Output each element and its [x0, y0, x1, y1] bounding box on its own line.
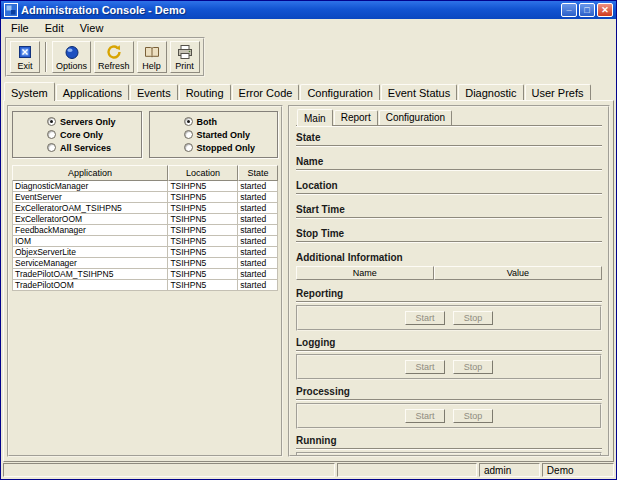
tab-error-code[interactable]: Error Code [232, 84, 300, 100]
cell-application: FeedbackManager [13, 225, 168, 236]
column-header-location[interactable]: Location [168, 165, 238, 181]
close-button[interactable] [597, 3, 613, 17]
section-box-reporting: StartStop [296, 305, 602, 331]
window-controls [561, 3, 613, 17]
radio-option-label: Both [197, 117, 218, 127]
logging-start-button[interactable]: Start [405, 360, 445, 374]
radio-button-icon [184, 130, 193, 139]
table-row[interactable]: EventServerTSIHPN5started [13, 192, 278, 203]
cell-state: started [238, 192, 278, 203]
cell-state: started [238, 280, 278, 291]
cell-state: started [238, 181, 278, 192]
additional-info-label: Additional Information [296, 252, 602, 263]
exit-icon [17, 44, 33, 60]
help-icon [144, 44, 160, 60]
radio-option-core-only[interactable]: Core Only [13, 128, 141, 141]
minimize-button[interactable] [561, 3, 577, 17]
logging-stop-button[interactable]: Stop [453, 360, 493, 374]
window-title: Administration Console - Demo [21, 4, 558, 16]
app-table-header: ApplicationLocationState [12, 165, 278, 181]
cell-location: TSIHPN5 [168, 192, 238, 203]
cell-application: TradePilotOOM [13, 280, 168, 291]
cell-application: ExCelleratorOAM_TSIHPN5 [13, 203, 168, 214]
table-row[interactable]: ExCelleratorOAM_TSIHPN5TSIHPN5started [13, 203, 278, 214]
filter-group-state-filter: BothStarted OnlyStopped Only [149, 111, 279, 158]
tab-diagnostic[interactable]: Diagnostic [458, 84, 523, 100]
statusbar: adminDemo [1, 462, 616, 479]
additional-info-column-value[interactable]: Value [434, 266, 602, 280]
cell-location: TSIHPN5 [168, 247, 238, 258]
menu-item-file[interactable]: File [3, 20, 37, 36]
reporting-start-button[interactable]: Start [405, 311, 445, 325]
detail-tab-main[interactable]: Main [297, 109, 333, 126]
table-row[interactable]: DiagnosticManagerTSIHPN5started [13, 181, 278, 192]
tab-routing[interactable]: Routing [179, 84, 231, 100]
toolbar-button-refresh[interactable]: Refresh [94, 41, 134, 73]
table-row[interactable]: TradePilotOAM_TSIHPN5TSIHPN5started [13, 269, 278, 280]
section-box-processing: StartStop [296, 403, 602, 429]
section-label-logging: Logging [296, 337, 602, 348]
detail-panel: MainReportConfiguration StateNameLocatio… [288, 105, 610, 457]
tab-applications[interactable]: Applications [56, 84, 129, 100]
cell-application: DiagnosticManager [13, 181, 168, 192]
toolbar-button-exit[interactable]: Exit [10, 41, 40, 73]
tab-events[interactable]: Events [130, 84, 178, 100]
table-row[interactable]: ObjexServerLiteTSIHPN5started [13, 247, 278, 258]
processing-stop-button[interactable]: Stop [453, 409, 493, 423]
additional-info-column-name[interactable]: Name [296, 266, 434, 280]
detail-tab-report[interactable]: Report [334, 110, 378, 125]
radio-option-both[interactable]: Both [150, 115, 278, 128]
toolbar-button-label: Print [175, 61, 194, 71]
cell-application: EventServer [13, 192, 168, 203]
tab-event-status[interactable]: Event Status [381, 84, 457, 100]
table-row[interactable]: FeedbackManagerTSIHPN5started [13, 225, 278, 236]
field-state: State [296, 132, 602, 147]
radio-option-servers-only[interactable]: Servers Only [13, 115, 141, 128]
tab-configuration[interactable]: Configuration [300, 84, 379, 100]
radio-option-started-only[interactable]: Started Only [150, 128, 278, 141]
tab-user-prefs[interactable]: User Prefs [525, 84, 591, 100]
detail-tabstrip: MainReportConfiguration [296, 109, 602, 126]
cell-state: started [238, 236, 278, 247]
column-header-application[interactable]: Application [12, 165, 168, 181]
field-name: Name [296, 156, 602, 171]
tab-system[interactable]: System [4, 82, 55, 101]
radio-button-icon [184, 117, 193, 126]
cell-application: ExCelleratorOOM [13, 214, 168, 225]
filter-group-service-filter: Servers OnlyCore OnlyAll Services [12, 111, 142, 158]
maximize-button[interactable] [579, 3, 595, 17]
processing-start-button[interactable]: Start [405, 409, 445, 423]
radio-option-all-services[interactable]: All Services [13, 141, 141, 154]
menu-item-view[interactable]: View [72, 20, 112, 36]
cell-application: IOM [13, 236, 168, 247]
column-header-state[interactable]: State [238, 165, 278, 181]
cell-state: started [238, 258, 278, 269]
cell-location: TSIHPN5 [168, 181, 238, 192]
close-icon [601, 5, 609, 15]
cell-location: TSIHPN5 [168, 269, 238, 280]
radio-option-label: Core Only [60, 130, 103, 140]
menu-item-edit[interactable]: Edit [37, 20, 72, 36]
table-row[interactable]: ExCelleratorOOMTSIHPN5started [13, 214, 278, 225]
toolbar-button-print[interactable]: Print [170, 41, 200, 73]
detail-tab-configuration[interactable]: Configuration [379, 110, 452, 125]
cell-state: started [238, 214, 278, 225]
radio-option-label: Stopped Only [197, 143, 256, 153]
section-line-processing [296, 399, 602, 401]
titlebar[interactable]: Administration Console - Demo [1, 1, 616, 19]
maximize-icon [584, 5, 589, 15]
cell-location: TSIHPN5 [168, 258, 238, 269]
toolbar-button-options[interactable]: Options [52, 41, 91, 73]
toolbar-button-label: Refresh [98, 61, 130, 71]
app-icon [4, 3, 18, 17]
reporting-stop-button[interactable]: Stop [453, 311, 493, 325]
field-line-start-time [296, 217, 602, 219]
table-row[interactable]: ServiceManagerTSIHPN5started [13, 258, 278, 269]
radio-option-stopped-only[interactable]: Stopped Only [150, 141, 278, 154]
services-panel: Servers OnlyCore OnlyAll ServicesBothSta… [7, 105, 283, 457]
additional-info: Additional Information NameValue [296, 252, 602, 280]
table-row[interactable]: IOMTSIHPN5started [13, 236, 278, 247]
toolbar-button-help[interactable]: Help [137, 41, 167, 73]
table-row[interactable]: TradePilotOOMTSIHPN5started [13, 280, 278, 291]
radio-option-label: Servers Only [60, 117, 116, 127]
